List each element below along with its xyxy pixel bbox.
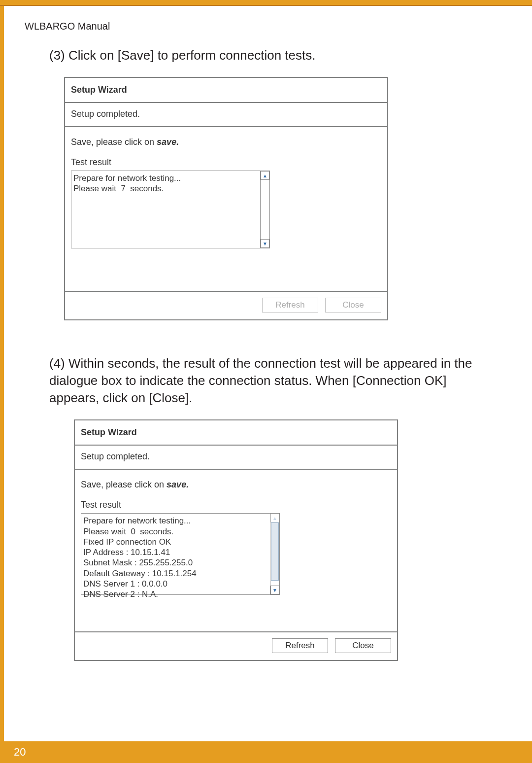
setup-wizard-panel-2: Setup Wizard Setup completed. Save, plea… — [74, 419, 398, 661]
scroll-down-icon[interactable]: ▼ — [261, 239, 269, 248]
panel1-subtitle: Setup completed. — [65, 103, 387, 127]
panel1-textarea-wrap: Prepare for network testing... Please wa… — [71, 171, 270, 248]
panel1-footer: Refresh Close — [65, 292, 387, 319]
setup-wizard-panel-1: Setup Wizard Setup completed. Save, plea… — [64, 77, 388, 320]
panel1-title: Setup Wizard — [65, 78, 387, 103]
close-button[interactable]: Close — [335, 638, 391, 653]
panel2-body: Save, please click on save. Test result … — [75, 470, 397, 632]
refresh-button: Refresh — [262, 298, 318, 312]
panel2-scrollbar[interactable]: ▲ ▼ — [270, 513, 280, 595]
left-edge-strip — [0, 6, 4, 741]
close-button: Close — [325, 298, 381, 312]
scroll-up-icon[interactable]: ▲ — [261, 171, 269, 180]
panel1-scrollbar[interactable]: ▲ ▼ — [260, 171, 270, 248]
step-3-text: (3) Click on [Save] to perform connectio… — [49, 47, 473, 64]
panel2-title: Setup Wizard — [75, 420, 397, 446]
panel2-save-prefix: Save, please click on — [81, 480, 166, 489]
step-4-text: (4) Within seconds, the result of the co… — [49, 355, 473, 407]
panel2-textarea[interactable]: Prepare for network testing... Please wa… — [81, 513, 274, 595]
panel2-subtitle: Setup completed. — [75, 446, 397, 470]
panel2-test-result-label: Test result — [81, 500, 391, 510]
manual-title: WLBARGO Manual — [25, 21, 507, 32]
panel1-textarea[interactable]: Prepare for network testing... Please wa… — [71, 171, 264, 248]
scroll-thumb[interactable] — [271, 522, 279, 581]
bottom-bar: 20 — [0, 741, 532, 763]
panel1-save-prefix: Save, please click on — [71, 137, 157, 147]
panel1-save-bold: save. — [157, 137, 179, 147]
scroll-down-icon[interactable]: ▼ — [270, 586, 279, 594]
panel2-save-bold: save. — [166, 480, 189, 489]
panel2-textarea-wrap: Prepare for network testing... Please wa… — [81, 513, 280, 595]
scroll-up-icon[interactable]: ▲ — [270, 514, 279, 522]
refresh-button[interactable]: Refresh — [272, 638, 328, 653]
panel1-body: Save, please click on save. Test result … — [65, 127, 387, 292]
panel1-test-result-label: Test result — [71, 157, 381, 168]
panel2-footer: Refresh Close — [75, 632, 397, 660]
page-number: 20 — [14, 746, 26, 759]
top-strip — [0, 0, 532, 6]
